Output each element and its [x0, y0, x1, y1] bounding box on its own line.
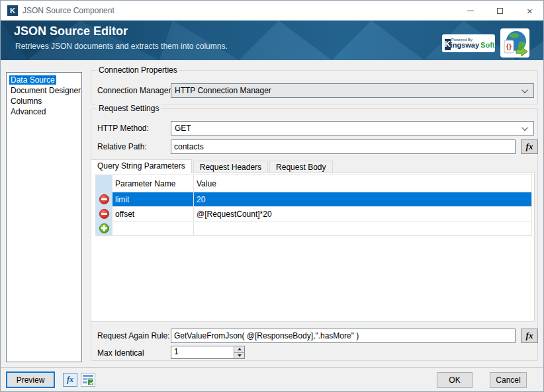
value-header: Value [194, 175, 532, 192]
remove-row-icon[interactable] [99, 209, 109, 219]
max-identical-label: Max Identical [97, 348, 144, 358]
parameter-name-cell[interactable]: offset [113, 207, 194, 221]
cancel-button[interactable]: Cancel [490, 372, 527, 388]
soft-wordmark: Soft [480, 42, 494, 49]
svg-text:{}: {} [506, 43, 512, 50]
sidebar-item-label: Document Designer [9, 86, 82, 95]
row-selector-cell [96, 221, 113, 236]
app-icon: K [7, 5, 18, 16]
sidebar-item-advanced[interactable]: Advanced [7, 106, 81, 117]
close-button[interactable]: × [515, 1, 544, 20]
relative-path-label: Relative Path: [97, 142, 147, 151]
window-controls: × [455, 1, 544, 20]
json-globe-icon: {} [500, 28, 529, 58]
table-row[interactable] [96, 221, 532, 236]
connection-manager-label: Connection Manager: [97, 86, 173, 95]
row-selector-header [96, 175, 113, 192]
ok-button[interactable]: OK [437, 372, 473, 388]
tab-query-string-parameters[interactable]: Query String Parameters [91, 159, 192, 173]
connection-manager-value: HTTP Connection Manager [175, 86, 271, 95]
http-method-value: GET [175, 124, 191, 133]
data-preview-icon[interactable] [81, 373, 95, 387]
footer-bar: Preview fx OK Cancel [1, 367, 544, 392]
parameter-name-header: Parameter Name [113, 175, 194, 192]
http-method-dropdown[interactable]: GET [171, 121, 534, 136]
tab-request-body[interactable]: Request Body [269, 161, 332, 173]
request-again-rule-expression-button[interactable]: fx [521, 329, 538, 343]
request-again-rule-input[interactable]: GetValueFromJson( @[ResponseBody],".hasM… [171, 329, 516, 343]
request-again-rule-label: Request Again Rule: [97, 331, 169, 340]
expression-editor-icon[interactable]: fx [63, 373, 77, 387]
minimize-icon [467, 11, 474, 11]
kingswaysoft-k-mark: K [445, 39, 451, 50]
close-icon: × [527, 6, 533, 16]
connection-manager-dropdown[interactable]: HTTP Connection Manager [171, 83, 534, 98]
row-selector-cell [96, 207, 113, 221]
http-method-label: HTTP Method: [97, 124, 149, 133]
maximize-icon [497, 8, 503, 14]
json-source-component-window: K JSON Source Component × JSON Source Ed… [0, 0, 544, 392]
page-title: JSON Source Editor [14, 24, 128, 38]
remove-row-icon[interactable] [99, 194, 109, 204]
arrow-down-icon [238, 354, 242, 357]
max-identical-value: 1 [171, 346, 234, 358]
chevron-down-icon [521, 87, 528, 93]
sidebar-item-columns[interactable]: Columns [7, 96, 81, 106]
icon-badge [87, 379, 94, 385]
request-again-rule-value: GetValueFromJson( @[ResponseBody],".hasM… [174, 331, 359, 340]
value-cell[interactable]: @[RequestCount]*20 [194, 207, 532, 221]
spin-down-button[interactable] [234, 352, 244, 359]
request-settings-legend: Request Settings [97, 104, 161, 113]
chevron-down-icon [521, 124, 528, 131]
title-bar: K JSON Source Component × [1, 1, 544, 20]
max-identical-stepper[interactable]: 1 [171, 346, 245, 359]
add-row-icon[interactable] [99, 223, 109, 233]
parameter-name-cell[interactable]: limit [113, 192, 194, 207]
kingswaysoft-logo: K Powered By ingsway Soft [442, 34, 495, 52]
sidebar-item-label: Columns [9, 97, 43, 106]
sidebar-item-label: Data Source [9, 75, 56, 85]
header-banner: JSON Source Editor Retrieves JSON docume… [1, 20, 544, 60]
relative-path-expression-button[interactable]: fx [521, 139, 538, 154]
kingsway-wordmark: ingsway [451, 42, 479, 49]
minimize-button[interactable] [455, 1, 485, 20]
table-row[interactable]: offset @[RequestCount]*20 [96, 207, 532, 221]
query-string-parameters-page: Parameter Name Value limit 20 offset @[R… [91, 173, 535, 322]
arrow-up-icon [238, 348, 242, 350]
preview-button[interactable]: Preview [6, 372, 55, 388]
sidebar-item-label: Advanced [9, 107, 47, 116]
navigation-list: Data Source Document Designer Columns Ad… [6, 72, 82, 362]
sidebar-item-data-source[interactable]: Data Source [7, 75, 81, 85]
spin-up-button[interactable] [234, 346, 244, 352]
relative-path-value: contacts [174, 142, 204, 151]
table-header-row: Parameter Name Value [96, 175, 532, 192]
table-row[interactable]: limit 20 [96, 192, 532, 207]
icon-bar [83, 375, 93, 377]
maximize-button[interactable] [485, 1, 515, 20]
parameters-table: Parameter Name Value limit 20 offset @[R… [95, 175, 532, 236]
connection-properties-legend: Connection Properties [97, 65, 179, 75]
value-cell[interactable] [194, 221, 532, 236]
row-selector-cell [96, 192, 113, 207]
parameter-name-cell[interactable] [113, 221, 194, 236]
page-subtitle: Retrieves JSON documents and extracts th… [15, 42, 228, 51]
request-tabs: Query String Parameters Request Headers … [91, 159, 334, 173]
value-cell[interactable]: 20 [194, 192, 532, 207]
tab-request-headers[interactable]: Request Headers [193, 161, 268, 173]
sidebar-item-document-designer[interactable]: Document Designer [7, 85, 81, 96]
relative-path-input[interactable]: contacts [171, 139, 516, 154]
window-title: JSON Source Component [23, 6, 114, 15]
